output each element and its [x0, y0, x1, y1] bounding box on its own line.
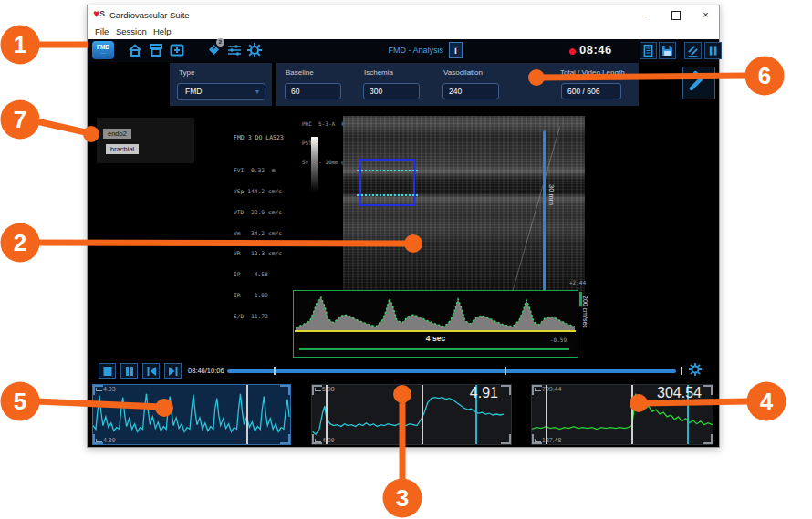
plot-diameter-strip[interactable]: 4.93 4.89	[92, 384, 291, 445]
total-length-field[interactable]	[561, 83, 621, 99]
record-dot-icon	[569, 48, 576, 55]
plot3-marker-start[interactable]	[546, 385, 547, 444]
save-button[interactable]	[659, 42, 676, 59]
close-button[interactable]: ×	[693, 5, 718, 25]
doppler-baseline	[295, 330, 576, 332]
step-back-button[interactable]	[142, 363, 160, 379]
callout-4-circle	[747, 382, 786, 421]
callout-7-circle	[1, 100, 40, 140]
annotated-screenshot: ♥ S Cardiovascular Suite – × File Sessio…	[0, 0, 812, 519]
callout-4-number: 4	[760, 388, 774, 415]
pause-playback-button[interactable]	[120, 363, 138, 379]
window-title: Cardiovascular Suite	[109, 10, 190, 20]
menu-file[interactable]: File	[95, 26, 109, 36]
report-button[interactable]	[640, 42, 657, 59]
depth-ruler	[543, 130, 546, 293]
baseline-label: Baseline	[286, 68, 314, 77]
plot3-current-value: 304.54	[657, 385, 702, 401]
annotate-button[interactable]	[684, 42, 702, 59]
callout-3-circle	[383, 479, 422, 518]
corner-bracket	[501, 434, 511, 444]
tag-badge: 2	[216, 38, 224, 47]
archive-button[interactable]	[146, 41, 165, 59]
callout-3-number: 3	[396, 484, 409, 512]
velocity-value-top: +2.44	[569, 279, 586, 285]
gear-icon	[688, 362, 703, 377]
tag-chip-brachial[interactable]: brachial	[106, 144, 139, 154]
add-folder-icon	[169, 42, 185, 58]
toolbar: FMD ···	[88, 39, 719, 62]
tag-button[interactable]: 2	[203, 41, 223, 59]
doppler-spectrum-fill	[296, 297, 575, 330]
plot-diameter-trend[interactable]: 5.08 4.09 4.91	[311, 384, 512, 445]
home-button[interactable]	[125, 41, 144, 59]
corner-bracket	[93, 434, 103, 444]
title-bar: ♥ S Cardiovascular Suite – ×	[88, 5, 719, 25]
step-forward-button[interactable]	[164, 363, 182, 379]
seek-marker-2	[505, 367, 506, 375]
new-exam-button[interactable]	[167, 41, 186, 59]
doppler-measurements: FVI 0.32 m VSp 144.2 cm/s VTD 22.9 cm/s …	[234, 153, 282, 333]
save-floppy-icon	[661, 44, 674, 57]
menu-session[interactable]: Session	[116, 26, 147, 36]
corner-bracket	[501, 385, 511, 395]
pause-icon	[123, 366, 136, 377]
step-back-icon	[145, 366, 158, 377]
grayscale-bar	[311, 137, 318, 192]
settings-button[interactable]	[245, 41, 264, 59]
doppler-time-scale: 4 sec	[294, 334, 578, 343]
corner-bracket	[93, 385, 103, 395]
plot-flow-trend[interactable]: 799.44 127.48 304.54	[531, 384, 713, 445]
app-window: ♥ S Cardiovascular Suite – × File Sessio…	[87, 5, 720, 448]
edit-settings-button[interactable]	[682, 67, 715, 99]
stop-icon	[101, 366, 114, 377]
callout-7-number: 7	[14, 106, 26, 133]
callout-2-number: 2	[14, 229, 26, 256]
doppler-spectrum	[296, 293, 575, 335]
app-logo-s: S	[99, 9, 105, 18]
plot2-marker-release[interactable]	[422, 385, 423, 444]
callout-1-circle	[1, 26, 40, 65]
seek-end-marker	[681, 367, 682, 375]
baseline-field[interactable]	[285, 83, 341, 99]
callout-1-number: 1	[14, 31, 26, 58]
playback-settings-button[interactable]	[688, 362, 703, 377]
tags-panel: endo2 brachial	[97, 118, 194, 163]
menu-help[interactable]: Help	[153, 26, 172, 36]
corner-bracket	[703, 434, 713, 444]
minimize-button[interactable]: –	[633, 5, 658, 25]
home-icon	[127, 42, 143, 58]
vessel-wall-track-far	[357, 194, 418, 196]
mode-title: FMD - Analysis	[352, 46, 443, 55]
type-dropdown[interactable]: FMD ▾	[177, 83, 265, 100]
wrench-icon	[683, 67, 711, 95]
sliders-icon	[226, 42, 243, 58]
plot1-cursor[interactable]	[246, 385, 248, 444]
menu-bar: File Session Help	[88, 25, 719, 40]
corner-bracket	[312, 385, 322, 395]
maximize-button[interactable]	[663, 5, 688, 25]
stop-button[interactable]	[99, 363, 116, 379]
vasodilation-label: Vasodilation	[443, 68, 483, 77]
seek-bar[interactable]	[227, 369, 676, 373]
seek-marker-1	[274, 367, 276, 375]
plot2-marker-start[interactable]	[326, 385, 328, 444]
callout-7-line	[36, 121, 89, 133]
corner-bracket	[532, 434, 542, 444]
roi-box[interactable]	[359, 159, 415, 206]
callout-2-circle	[1, 223, 40, 263]
pause-acquisition-button[interactable]	[704, 42, 722, 59]
fmd-app-button[interactable]: FMD ···	[92, 41, 114, 59]
adjustments-button[interactable]	[224, 41, 244, 59]
corner-bracket	[532, 385, 542, 395]
type-label: Type	[179, 68, 194, 77]
velocity-scale-label: 200 cm/sec	[582, 296, 588, 328]
eraser-icon	[686, 44, 700, 57]
info-button[interactable]: i	[449, 42, 463, 58]
depth-scale-label: 30 mm	[547, 184, 556, 205]
plot3-marker-release[interactable]	[631, 385, 633, 444]
step-forward-icon	[167, 366, 180, 377]
vasodilation-field[interactable]	[442, 83, 499, 99]
ischemia-field[interactable]	[363, 83, 420, 99]
tag-chip-endo2[interactable]: endo2	[103, 129, 131, 139]
